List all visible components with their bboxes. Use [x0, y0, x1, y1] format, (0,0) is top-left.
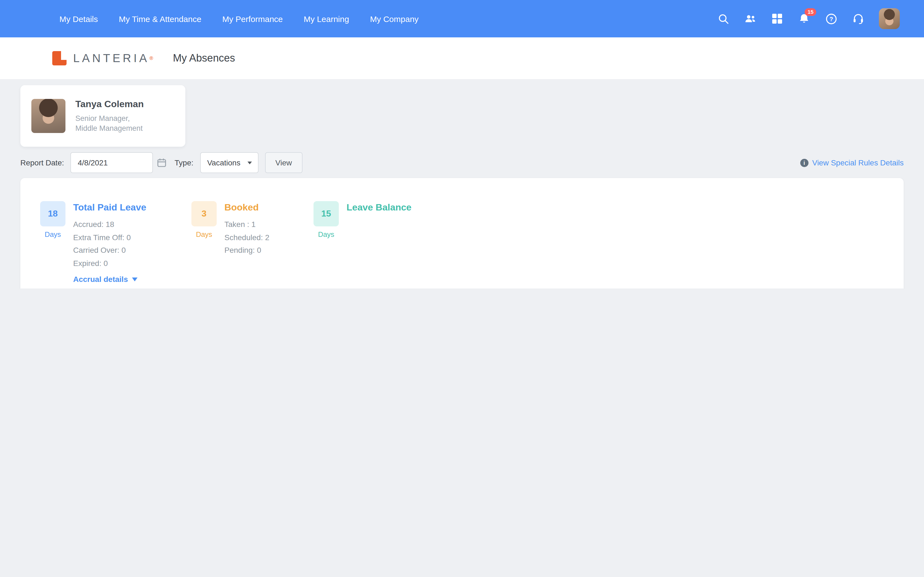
scheduled-line: Scheduled: 2 — [225, 231, 269, 244]
report-type-label: Type: — [174, 158, 194, 167]
calendar-icon[interactable] — [157, 158, 167, 168]
employee-title: Senior Manager, Middle Management — [75, 113, 144, 133]
accrued-line: Accrued: 18 — [73, 218, 146, 231]
taken-line: Taken : 1 — [225, 218, 269, 231]
page-header: LANTERIA® My Absences — [0, 37, 924, 79]
report-date-input[interactable] — [71, 152, 153, 173]
carried-over-line: Carried Over: 0 — [73, 244, 146, 257]
leave-balance-days: 15 Days — [313, 201, 339, 239]
expired-line: Expired: 0 — [73, 257, 146, 270]
headset-icon[interactable] — [852, 13, 864, 25]
top-nav: My Details My Time & Attendance My Perfo… — [0, 0, 924, 37]
report-filter-row: Report Date: Type: Vacations View i View… — [20, 152, 904, 174]
total-paid-leave-stat: 18 Days Total Paid Leave Accrued: 18 Ext… — [40, 201, 146, 284]
total-paid-leave-title: Total Paid Leave — [73, 202, 146, 213]
leave-summary-card: 18 Days Total Paid Leave Accrued: 18 Ext… — [20, 178, 904, 288]
employee-photo — [31, 99, 65, 133]
employee-info: Tanya Coleman Senior Manager, Middle Man… — [75, 98, 144, 133]
nav-my-company[interactable]: My Company — [370, 14, 418, 23]
app-root: My Details My Time & Attendance My Perfo… — [0, 0, 924, 288]
nav-my-details[interactable]: My Details — [60, 14, 98, 23]
brand-registered-mark: ® — [149, 51, 153, 65]
nav-links: My Details My Time & Attendance My Perfo… — [60, 14, 418, 23]
total-paid-leave-days: 18 Days — [40, 201, 65, 284]
booked-stat: 3 Days Booked Taken : 1 Scheduled: 2 Pen… — [191, 201, 269, 257]
pending-line: Pending: 0 — [225, 244, 269, 257]
nav-my-learning[interactable]: My Learning — [304, 14, 349, 23]
user-avatar[interactable] — [879, 8, 900, 29]
booked-title: Booked — [225, 202, 269, 213]
special-rules-link[interactable]: i View Special Rules Details — [800, 158, 904, 167]
triangle-down-icon — [132, 277, 137, 281]
employee-title-line2: Middle Management — [75, 124, 143, 132]
report-type-select[interactable]: Vacations — [200, 152, 258, 173]
nav-my-performance[interactable]: My Performance — [222, 14, 283, 23]
employee-name: Tanya Coleman — [75, 98, 144, 110]
employee-card: Tanya Coleman Senior Manager, Middle Man… — [20, 85, 185, 147]
nav-my-time-attendance[interactable]: My Time & Attendance — [119, 14, 201, 23]
page-title: My Absences — [173, 52, 235, 64]
booked-days: 3 Days — [191, 201, 217, 257]
search-icon[interactable] — [717, 13, 729, 25]
notification-badge: 15 — [805, 8, 816, 16]
employee-title-line1: Senior Manager, — [75, 114, 130, 122]
svg-text:?: ? — [829, 15, 833, 22]
special-rules-link-label: View Special Rules Details — [812, 158, 904, 167]
page-body: Tanya Coleman Senior Manager, Middle Man… — [0, 85, 924, 288]
extra-time-off-line: Extra Time Off: 0 — [73, 231, 146, 244]
people-icon[interactable] — [744, 13, 756, 25]
leave-balance-title: Leave Balance — [347, 202, 411, 213]
notifications-bell-icon[interactable]: 15 — [798, 13, 810, 25]
apps-grid-icon[interactable] — [771, 13, 783, 25]
report-date-label: Report Date: — [20, 158, 64, 167]
help-icon[interactable]: ? — [825, 13, 837, 25]
lanteria-logo-icon[interactable] — [52, 51, 66, 65]
brand-name: LANTERIA — [73, 52, 149, 65]
leave-balance-stat: 15 Days Leave Balance — [313, 201, 411, 239]
nav-icon-group: 15 ? — [717, 8, 900, 29]
report-view-button[interactable]: View — [265, 152, 302, 173]
info-icon: i — [800, 158, 808, 167]
accrual-details-link[interactable]: Accrual details — [73, 275, 137, 284]
